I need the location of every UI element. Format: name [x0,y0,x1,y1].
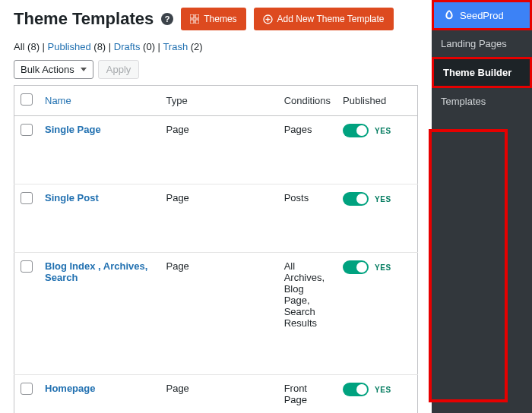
svg-rect-0 [190,14,194,18]
filter-drafts-count: (0) [143,41,155,52]
row-checkbox[interactable] [21,260,33,273]
published-toggle[interactable] [343,260,369,274]
plus-circle-icon [263,14,273,24]
filter-all-count: (8) [27,41,40,52]
template-conditions: Pages [278,116,337,184]
svg-rect-3 [195,20,199,24]
svg-rect-1 [195,14,199,18]
sidebar-brand-label: SeedProd [460,10,504,21]
filter-published-count: (8) [93,41,106,52]
template-type: Page [160,184,277,253]
filter-published[interactable]: Published [48,41,91,52]
template-type: Page [160,253,277,375]
themes-button-label: Themes [204,14,236,24]
filter-links: All (8) | Published (8) | Drafts (0) | T… [14,41,418,52]
filter-trash-count: (2) [191,41,203,52]
filter-drafts[interactable]: Drafts [114,41,141,52]
bulk-actions-select[interactable]: Bulk Actions [14,60,93,79]
help-icon[interactable]: ? [161,13,173,25]
add-template-button[interactable]: Add New Theme Template [254,8,394,30]
bulk-actions-label: Bulk Actions [21,64,74,75]
published-toggle-label: YES [375,195,391,203]
templates-table: Name Type Conditions Published Single Pa… [14,85,418,413]
svg-rect-2 [190,20,194,24]
seedprod-logo-icon [443,9,455,21]
template-name-link[interactable]: Single Page [45,124,101,135]
published-toggle[interactable] [343,124,369,137]
sidebar-item-landing-pages[interactable]: Landing Pages [432,30,532,57]
col-published: Published [337,86,417,116]
published-toggle[interactable] [343,192,369,206]
table-row: HomepagePageFront PageYES [14,375,418,414]
published-toggle-label: YES [375,263,391,272]
select-all-checkbox[interactable] [21,93,33,106]
sidebar-brand[interactable]: SeedProd [434,2,530,28]
table-row: Single PagePagePagesYES [14,116,418,184]
col-name[interactable]: Name [39,86,160,116]
published-toggle[interactable] [343,383,369,396]
sidebar-item-theme-builder[interactable]: Theme Builder [434,59,530,86]
apply-button[interactable]: Apply [98,60,140,79]
template-type: Page [160,116,277,184]
sidebar: SeedProd Landing Pages Theme Builder Tem… [432,0,532,413]
table-row: Blog Index , Archives, SearchPageAll Arc… [14,253,418,375]
row-checkbox[interactable] [21,124,33,136]
filter-trash[interactable]: Trash [163,41,188,52]
sidebar-item-templates[interactable]: Templates [432,88,532,115]
row-checkbox[interactable] [21,192,33,204]
template-name-link[interactable]: Homepage [45,383,95,394]
template-name-link[interactable]: Blog Index , Archives, Search [45,260,147,283]
template-name-link[interactable]: Single Post [45,192,99,203]
table-row: Single PostPagePostsYES [14,184,418,253]
grid-icon [190,14,199,24]
page-title: Theme Templates [14,9,154,29]
published-toggle-label: YES [375,386,391,394]
template-conditions: Front Page [278,375,337,414]
col-conditions: Conditions [278,86,337,116]
template-conditions: All Archives, Blog Page, Search Results [278,253,337,375]
add-template-button-label: Add New Theme Template [277,14,385,24]
col-type: Type [160,86,277,116]
row-checkbox[interactable] [21,383,33,395]
themes-button[interactable]: Themes [181,8,245,30]
published-toggle-label: YES [375,127,391,135]
template-type: Page [160,375,277,414]
template-conditions: Posts [278,184,337,253]
filter-all-label[interactable]: All [14,41,24,52]
